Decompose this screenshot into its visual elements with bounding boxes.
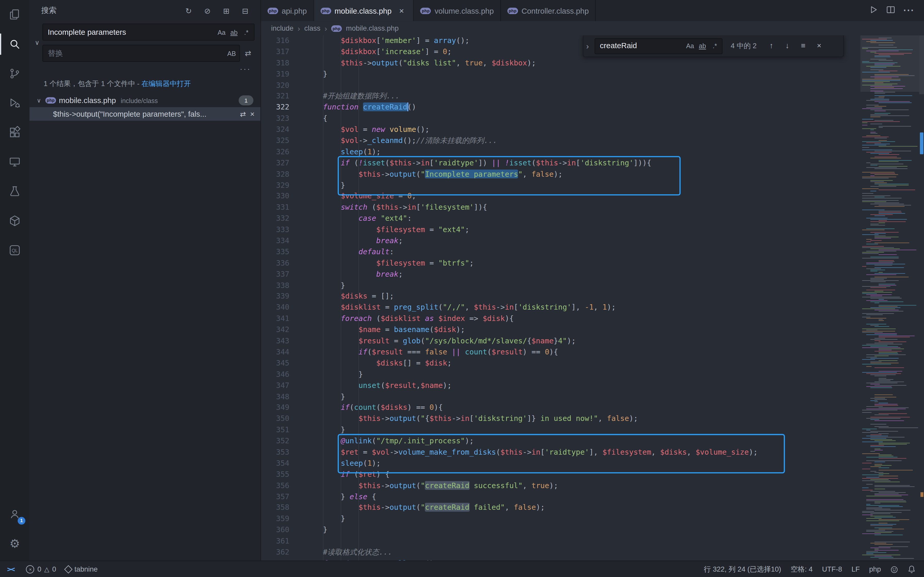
- code-line[interactable]: 346 }: [261, 369, 861, 380]
- refresh-icon[interactable]: ↻: [183, 5, 195, 16]
- find-regex-toggle[interactable]: .*: [709, 40, 721, 52]
- code-line[interactable]: 336 $filesystem = "btrfs";: [261, 258, 861, 269]
- extensions-icon[interactable]: [0, 118, 29, 147]
- code-line[interactable]: 347 unset($result,$name);: [261, 380, 861, 391]
- tab-api-php[interactable]: php api.php: [261, 0, 314, 21]
- tab-mobile-class-php[interactable]: php mobile.class.php ×: [314, 0, 414, 21]
- code-line[interactable]: 361: [261, 536, 861, 547]
- code-line[interactable]: 338 }: [261, 280, 861, 291]
- search-icon[interactable]: [0, 29, 29, 59]
- find-close-icon[interactable]: ×: [813, 39, 825, 52]
- code-line[interactable]: 345 $disks[] = $disk;: [261, 358, 861, 369]
- run-debug-icon[interactable]: [0, 89, 29, 118]
- remote-indicator[interactable]: ><: [0, 561, 21, 577]
- split-editor-button[interactable]: [886, 5, 895, 16]
- find-next-icon[interactable]: ↓: [781, 39, 794, 52]
- match-case-toggle[interactable]: Aa: [216, 26, 228, 38]
- problems-button[interactable]: ×0 △0: [21, 561, 61, 577]
- search-result-item[interactable]: $this->output("Incomplete parameters", f…: [29, 107, 260, 121]
- explorer-icon[interactable]: [0, 0, 29, 29]
- code-line[interactable]: 340 $disklist = preg_split("/,/", $this-…: [261, 302, 861, 313]
- find-toggle-replace-icon[interactable]: ›: [583, 35, 592, 56]
- code-line[interactable]: 321 #开始组建数据阵列...: [261, 91, 861, 102]
- code-line[interactable]: 355 if ($ret) {: [261, 469, 861, 480]
- preserve-case-toggle[interactable]: AB: [226, 47, 237, 59]
- clear-search-results-icon[interactable]: ⊘: [202, 5, 213, 16]
- remote-explorer-icon[interactable]: [0, 147, 29, 176]
- code-line[interactable]: 325 $vol->_cleanmd();//清除未挂载的阵列...: [261, 135, 861, 147]
- dismiss-match-icon[interactable]: ×: [250, 110, 254, 118]
- code-line[interactable]: 359 }: [261, 514, 861, 525]
- search-input[interactable]: Incomplete parameters Aa ab .*: [42, 23, 255, 40]
- tab-controller-class-php[interactable]: php Controller.class.php: [501, 0, 596, 21]
- minimap[interactable]: [860, 35, 919, 561]
- code-line[interactable]: 318 $this->output("disks list", true, $d…: [261, 58, 861, 69]
- code-line[interactable]: 354 sleep(1);: [261, 458, 861, 469]
- toggle-replace-button[interactable]: ∨: [32, 23, 42, 62]
- code-line[interactable]: 357 } else {: [261, 491, 861, 502]
- find-previous-icon[interactable]: ↑: [765, 39, 778, 52]
- code-line[interactable]: 329 }: [261, 180, 861, 191]
- feedback-icon[interactable]: [885, 561, 903, 577]
- code-line[interactable]: 344 if($result === false || count($resul…: [261, 347, 861, 358]
- code-line[interactable]: 326 sleep(1);: [261, 147, 861, 158]
- code-line[interactable]: 328 $this->output("Incomplete parameters…: [261, 169, 861, 180]
- codeql-icon[interactable]: QL: [0, 235, 29, 265]
- run-button[interactable]: [869, 5, 878, 16]
- cursor-position[interactable]: 行 322, 列 24 (已选择10): [699, 561, 786, 577]
- code-line[interactable]: 352 @unlink("/tmp/.init_process");: [261, 436, 861, 447]
- whole-word-toggle[interactable]: ab: [228, 26, 240, 38]
- code-line[interactable]: 333 $filesystem = "ext4";: [261, 224, 861, 235]
- tab-volume-class-php[interactable]: php volume.class.php: [414, 0, 501, 21]
- code-line[interactable]: 339 $disks = [];: [261, 291, 861, 302]
- code-line[interactable]: 360 }: [261, 525, 861, 536]
- code-line[interactable]: 356 $this->output("createRaid successful…: [261, 480, 861, 491]
- code-editor[interactable]: 316 $diskbox['member'] = array();317 $di…: [261, 35, 924, 561]
- code-line[interactable]: 351 }: [261, 424, 861, 435]
- code-line[interactable]: 330 $volume_size = 0;: [261, 191, 861, 202]
- code-line[interactable]: 327 if (!isset($this->in['raidtype']) ||…: [261, 158, 861, 169]
- accounts-icon[interactable]: 1: [0, 499, 29, 529]
- code-line[interactable]: 363 function getInstallStat(): [261, 558, 861, 561]
- find-match-case-toggle[interactable]: Aa: [684, 40, 696, 52]
- code-line[interactable]: 324 $vol = new volume();: [261, 124, 861, 135]
- code-line[interactable]: 348 }: [261, 391, 861, 402]
- testing-beaker-icon[interactable]: [0, 177, 29, 206]
- code-line[interactable]: 342 $name = basename($disk);: [261, 324, 861, 336]
- open-search-editor-icon[interactable]: ⊞: [220, 5, 232, 16]
- open-in-editor-link[interactable]: 在编辑器中打开: [142, 80, 191, 88]
- tabnine-button[interactable]: tabnine: [61, 561, 102, 577]
- code-line[interactable]: 362 #读取格式化状态...: [261, 547, 861, 558]
- find-in-selection-icon[interactable]: ≡: [796, 39, 809, 52]
- code-line[interactable]: 337 break;: [261, 269, 861, 280]
- eol[interactable]: LF: [846, 561, 864, 577]
- notifications-bell-icon[interactable]: [903, 561, 921, 577]
- encoding[interactable]: UTF-8: [817, 561, 846, 577]
- code-line[interactable]: 353 $ret = $vol->volume_make_from_disks(…: [261, 447, 861, 458]
- code-line[interactable]: 332 case "ext4":: [261, 213, 861, 224]
- code-line[interactable]: 319 }: [261, 69, 861, 80]
- toggle-search-details[interactable]: ···: [29, 62, 260, 73]
- replace-match-icon[interactable]: ⇄: [240, 110, 246, 118]
- close-tab-icon[interactable]: ×: [396, 5, 407, 16]
- code-line[interactable]: 349 if(count($disks) == 0){: [261, 402, 861, 413]
- indentation[interactable]: 空格: 4: [786, 561, 817, 577]
- code-line[interactable]: 334 break;: [261, 235, 861, 247]
- find-input[interactable]: createRaid Aa ab .*: [594, 38, 722, 54]
- scrollbar[interactable]: [919, 35, 924, 561]
- breadcrumb[interactable]: include› class› php mobile.class.php: [261, 21, 924, 35]
- find-whole-word-toggle[interactable]: ab: [696, 40, 709, 52]
- language-mode[interactable]: php: [864, 561, 885, 577]
- code-line[interactable]: 358 $this->output("createRaid failed", f…: [261, 503, 861, 514]
- result-file-row[interactable]: ∨ php mobile.class.php include/class 1: [29, 93, 260, 107]
- source-control-icon[interactable]: [0, 59, 29, 89]
- replace-all-icon[interactable]: ⇄: [242, 47, 254, 60]
- collapse-all-icon[interactable]: ⊟: [239, 5, 251, 16]
- replace-input[interactable]: 替换 AB: [42, 45, 240, 62]
- code-line[interactable]: 343 $result = glob("/sys/block/md*/slave…: [261, 336, 861, 347]
- code-line[interactable]: 350 $this->output("{$this->in['diskstrin…: [261, 413, 861, 424]
- code-line[interactable]: 322 function createRaid(): [261, 102, 861, 113]
- package-icon[interactable]: [0, 206, 29, 235]
- code-line[interactable]: 331 switch ($this->in['filesystem']){: [261, 202, 861, 213]
- settings-gear-icon[interactable]: ⚙: [0, 529, 29, 558]
